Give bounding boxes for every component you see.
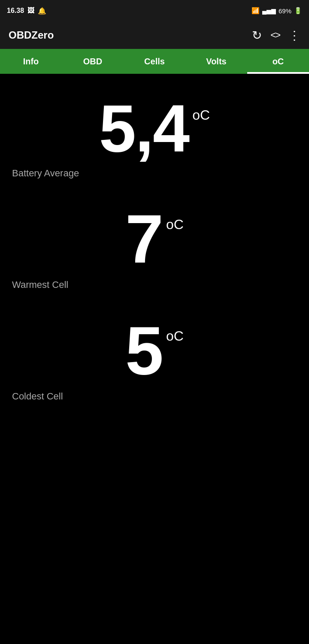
warmest-cell-block: 7 oC Warmest Cell <box>10 192 299 290</box>
app-title: OBDZero <box>9 29 54 41</box>
notification-icon: 🔔 <box>38 7 46 15</box>
coldest-cell-value: 5 <box>125 316 163 385</box>
coldest-cell-block: 5 oC Coldest Cell <box>10 303 299 402</box>
battery-percent: 69% <box>279 7 291 15</box>
menu-icon: ⋮ <box>288 28 300 42</box>
code-button[interactable]: <> <box>270 30 280 41</box>
battery-average-block: 5,4 oC Battery Average <box>10 82 299 179</box>
app-bar-actions: ↻ <> ⋮ <box>252 28 300 42</box>
tab-cells[interactable]: Cells <box>124 49 185 74</box>
coldest-cell-unit: oC <box>166 328 184 344</box>
main-content: 5,4 oC Battery Average 7 oC Warmest Cell… <box>0 74 309 644</box>
warmest-cell-unit: oC <box>166 217 184 233</box>
refresh-icon: ↻ <box>252 28 262 42</box>
status-right: 📶 ▄▅▆ 69% 🔋 <box>251 7 302 15</box>
battery-average-value-row: 5,4 oC <box>10 82 299 166</box>
signal-icon: ▄▅▆ <box>262 7 276 14</box>
battery-average-unit: oC <box>192 107 210 123</box>
status-bar: 16.38 🖼 🔔 📶 ▄▅▆ 69% 🔋 <box>0 0 309 21</box>
tab-volts[interactable]: Volts <box>185 49 247 74</box>
tab-oc[interactable]: oC <box>247 49 309 74</box>
photo-icon: 🖼 <box>27 7 34 15</box>
code-icon: <> <box>270 30 280 41</box>
tab-info[interactable]: Info <box>0 49 62 74</box>
refresh-button[interactable]: ↻ <box>252 28 262 42</box>
time-display: 16.38 <box>7 7 24 15</box>
battery-average-label: Battery Average <box>10 168 299 179</box>
tab-bar: Info OBD Cells Volts oC <box>0 49 309 74</box>
warmest-cell-label: Warmest Cell <box>10 279 299 290</box>
battery-icon: 🔋 <box>294 7 302 15</box>
coldest-cell-label: Coldest Cell <box>10 391 299 402</box>
tab-obd[interactable]: OBD <box>62 49 124 74</box>
wifi-icon: 📶 <box>251 7 260 15</box>
menu-button[interactable]: ⋮ <box>288 28 300 42</box>
warmest-cell-value-row: 7 oC <box>10 192 299 278</box>
warmest-cell-value: 7 <box>125 205 163 273</box>
battery-average-value: 5,4 <box>99 95 189 162</box>
coldest-cell-value-row: 5 oC <box>10 303 299 389</box>
status-time: 16.38 🖼 🔔 <box>7 7 46 15</box>
app-bar: OBDZero ↻ <> ⋮ <box>0 21 309 49</box>
